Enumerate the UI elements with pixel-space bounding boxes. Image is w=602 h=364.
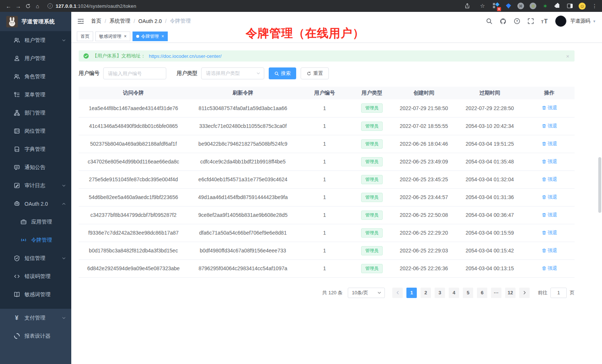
sidebar-item-report[interactable]: 报表设计器 [0, 327, 71, 345]
breadcrumb-item[interactable]: 首页 [91, 18, 101, 24]
user-avatar[interactable] [555, 16, 566, 27]
force-logout-button[interactable]: 强退 [542, 123, 557, 129]
page-button-12[interactable]: 12 [505, 288, 516, 298]
sidebar-item-pay[interactable]: ¥支付管理 [0, 309, 71, 327]
force-logout-button[interactable]: 强退 [542, 265, 557, 272]
home-icon[interactable]: ⌂ [33, 1, 42, 11]
sidebar-item-dept[interactable]: 部门管理 [0, 104, 71, 122]
table-cell: 1 [298, 153, 351, 171]
breadcrumb-item[interactable]: OAuth 2.0 [138, 18, 162, 24]
sidebar-item-notice[interactable]: 通知公告 [0, 158, 71, 176]
sidebar-item-sms[interactable]: 短信管理 [0, 249, 71, 267]
column-header: 用户编号 [298, 87, 351, 99]
reload-icon[interactable] [23, 1, 33, 11]
extension-record-icon[interactable] [530, 3, 536, 9]
app-logo[interactable]: 芋道管理系统 [0, 12, 71, 31]
force-logout-button[interactable]: 强退 [542, 247, 557, 254]
sidebar-item-oauth2[interactable]: OAuth 2.0 [0, 195, 71, 213]
search-button[interactable]: 搜索 [269, 67, 296, 79]
tab-敏感词管理[interactable]: 敏感词管理× [95, 32, 130, 41]
page-button-3[interactable]: 3 [435, 288, 445, 298]
user-type-cell: 管理员 [351, 224, 392, 242]
extension-grid-icon[interactable]: 9 [493, 3, 500, 9]
alert-close-icon[interactable]: × [566, 53, 570, 59]
sidebar-fold-icon[interactable] [76, 16, 86, 26]
user-id-input[interactable] [103, 67, 166, 79]
table-cell: 1 [298, 135, 351, 153]
page-button-2[interactable]: 2 [421, 288, 431, 298]
force-logout-button[interactable]: 强退 [542, 105, 557, 111]
extension-star-icon[interactable]: ✶ [542, 3, 549, 9]
sidebar-item-dict[interactable]: 字典管理 [0, 140, 71, 158]
sidebar-item-sensitive-word[interactable]: 敏感词管理 [0, 285, 71, 304]
sidebar-item-audit-log[interactable]: 审计日志 [0, 176, 71, 195]
github-icon[interactable] [500, 18, 507, 25]
tab-令牌管理[interactable]: 令牌管理× [132, 32, 168, 41]
next-page-button[interactable] [519, 288, 530, 298]
force-logout-button[interactable]: 强退 [542, 140, 557, 147]
page-ellipsis[interactable]: ··· [491, 288, 501, 298]
force-logout-button[interactable]: 强退 [542, 212, 557, 218]
font-size-icon[interactable]: TT [541, 18, 548, 25]
extension-puzzle-icon[interactable] [554, 3, 561, 9]
force-logout-button[interactable]: 强退 [542, 158, 557, 165]
page-button-6[interactable]: 6 [477, 288, 487, 298]
force-logout-button[interactable]: 强退 [542, 229, 557, 236]
goto-page-input[interactable] [550, 288, 567, 298]
sidebar-item-label: 应用管理 [31, 219, 52, 225]
back-icon[interactable]: ← [4, 1, 13, 11]
sidebar-item-oauth2-token[interactable]: A令牌管理 [0, 231, 71, 249]
user-type-select[interactable]: 请选择用户类型 [201, 67, 264, 79]
force-logout-button[interactable]: 强退 [542, 176, 557, 183]
sidebar-item-errcode[interactable]: 错误码管理 [0, 267, 71, 285]
sidebar-item-user[interactable]: 用户管理 [0, 49, 71, 67]
profile-avatar[interactable]: ☺ [579, 3, 586, 10]
filter-form: 用户编号 用户类型 请选择用户类型 搜索 重置 [79, 67, 575, 79]
sidebar-item-post[interactable]: 岗位管理 [0, 122, 71, 140]
table-cell: 2022-07-29 22:28:50 [455, 99, 524, 117]
doc-link[interactable]: https://doc.iocoder.cn/user-center/ [149, 53, 222, 59]
sidebar-item-tenant[interactable]: 租户管理 [0, 31, 71, 49]
caret-down-icon[interactable]: ▾ [593, 19, 595, 24]
close-icon[interactable]: × [161, 34, 164, 39]
reset-button[interactable]: 重置 [301, 67, 329, 79]
table-row: b0d1785bc3a8482f812db4a3f3bd15ecb0df4980… [79, 242, 575, 259]
bookmark-star-icon[interactable]: ☆ [478, 1, 487, 11]
extension-command-icon[interactable]: ⌘ [517, 3, 524, 9]
search-icon[interactable] [486, 18, 493, 24]
side-panel-icon[interactable] [566, 3, 573, 9]
page-button-4[interactable]: 4 [449, 288, 459, 298]
logo-rabbit-image [6, 16, 18, 27]
address-bar[interactable]: i 127.0.0.1:1024/system/oauth2/token [48, 3, 136, 9]
table-cell: 811c530487574fa0af1a59d3abc1aa66 [188, 99, 298, 117]
force-logout-button[interactable]: 强退 [542, 194, 557, 201]
sidebar-item-oauth2-app[interactable]: 应用管理 [0, 213, 71, 231]
page-button-1[interactable]: 1 [406, 288, 417, 298]
user-type-cell: 管理员 [351, 117, 392, 135]
close-icon[interactable]: × [124, 34, 127, 39]
user-type-cell: 管理员 [351, 135, 392, 153]
help-icon[interactable]: ? [514, 18, 520, 24]
sidebar-item-role[interactable]: 角色管理 [0, 67, 71, 86]
username[interactable]: 芋道源码 [570, 18, 590, 24]
table-cell: 2054-03-10 20:42:34 [455, 117, 524, 135]
scrollbar-thumb[interactable] [598, 157, 601, 213]
prev-page-button[interactable] [392, 288, 403, 298]
orgtree-icon [13, 110, 20, 116]
tags-view-bar: 首页敏感词管理×令牌管理× [71, 30, 602, 43]
browser-menu-icon[interactable]: ⋮ [591, 3, 598, 9]
share-icon[interactable] [462, 1, 472, 11]
table-cell: 1 [298, 206, 351, 224]
page-size-select[interactable]: 10条/页 [348, 288, 385, 298]
site-info-icon[interactable]: i [48, 3, 53, 9]
breadcrumb-item[interactable]: 系统管理 [109, 18, 130, 24]
tab-首页[interactable]: 首页 [77, 32, 93, 41]
page-button-5[interactable]: 5 [463, 288, 473, 298]
sidebar-item-menu[interactable]: 菜单管理 [0, 86, 71, 104]
fullscreen-icon[interactable] [527, 18, 534, 24]
column-header: 过期时间 [455, 87, 524, 99]
forward-icon[interactable]: → [13, 1, 23, 11]
sidebar-item-label: 错误码管理 [24, 273, 50, 280]
extension-gem-icon[interactable] [505, 3, 512, 9]
sidebar-base-group: ¥支付管理报表设计器 [0, 309, 71, 345]
